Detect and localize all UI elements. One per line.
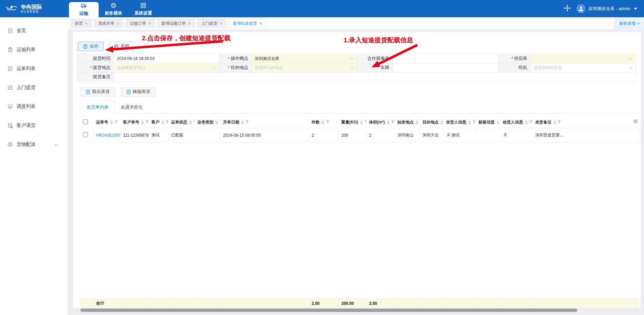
page-tab-new-short-pickup[interactable]: 新增短途提货× <box>229 19 266 28</box>
pickup-form: 提货时间 操作网点 合作商单号 供应商 提货地点 目的地点 车牌 司机 提货备注 <box>78 54 636 82</box>
shipment-table: ⚙ 运单号 客户单号 客户 运单状态 业务类型 开单 <box>80 116 639 308</box>
row-checkbox[interactable] <box>83 132 88 137</box>
partner-no-cell <box>393 54 498 63</box>
destination-cell: 深圳大运 <box>420 128 443 142</box>
filter-funnel-icon[interactable] <box>114 120 118 125</box>
pickup-time-input[interactable] <box>114 54 219 63</box>
filter-funnel-icon[interactable] <box>364 120 366 125</box>
sort-icon[interactable] <box>553 120 556 125</box>
sidebar-item-label: 客户退货 <box>17 122 35 129</box>
sidebar-item-door-pickup[interactable]: 上门提货 <box>0 78 68 97</box>
waybill-no-link[interactable]: HR240815004- <box>96 133 121 138</box>
scrollbar-thumb[interactable] <box>80 309 577 312</box>
sort-icon[interactable] <box>322 120 324 125</box>
move-pan-icon[interactable] <box>564 4 571 13</box>
page-tab-label: 新增运输订单 <box>162 21 186 26</box>
col-receiver-info: 收货人信息 <box>500 116 532 128</box>
save-button-label: 保存 <box>90 43 98 49</box>
pickup-time-cell <box>114 54 219 63</box>
user-menu[interactable]: 深圳测试仓库 - admin <box>576 4 637 13</box>
pickup-place-select[interactable] <box>114 63 219 72</box>
gear-icon[interactable]: ⚙ <box>634 119 638 124</box>
sidebar-item-goods-delivery[interactable]: 货物配送 <box>0 135 68 154</box>
filter-funnel-icon[interactable] <box>220 120 220 125</box>
tag-options-label: 标签选项 <box>619 21 636 26</box>
filter-funnel-icon[interactable] <box>145 120 149 125</box>
station-select[interactable] <box>252 54 357 63</box>
main-area: 首页× 系统开单× 运输订单× 新增运输订单× 上门提货× 新增短途提货× 标签… <box>68 17 644 315</box>
sort-icon[interactable] <box>497 120 499 125</box>
sidebar-item-label: 货物配送 <box>17 141 35 148</box>
tag-options-button[interactable]: 标签选项 <box>614 17 644 29</box>
chevron-down-icon <box>634 8 637 10</box>
filter-funnel-icon[interactable] <box>166 120 168 125</box>
sort-icon[interactable] <box>241 120 244 125</box>
nav-tab-label: 系统设置 <box>134 10 152 16</box>
nav-tab-transport[interactable]: 运输 <box>69 2 99 17</box>
filter-funnel-icon[interactable] <box>391 120 395 125</box>
col-billing-date: 开单日期 <box>220 116 309 128</box>
sort-icon[interactable] <box>360 120 363 125</box>
sort-icon[interactable] <box>110 120 113 125</box>
remark-input[interactable] <box>114 72 636 81</box>
page-tab-new-transport-order[interactable]: 新增运输订单× <box>157 19 195 28</box>
tab-uncleared-warehouse[interactable]: 未通关留仓 <box>115 101 149 114</box>
nav-tab-finance[interactable]: 财务模块 <box>99 0 128 17</box>
sort-icon[interactable] <box>441 120 443 125</box>
filter-funnel-icon[interactable] <box>558 120 561 125</box>
sidebar-item-dispatch-list[interactable]: 调度列表 <box>0 97 68 116</box>
sort-icon[interactable] <box>468 120 471 125</box>
sort-icon[interactable] <box>189 120 192 125</box>
remark-label: 提货备注 <box>78 72 114 82</box>
page-tab-door-pickup[interactable]: 上门提货× <box>197 19 226 28</box>
sidebar-item-home[interactable]: 首页 <box>0 21 68 40</box>
sidebar-item-label: 调度列表 <box>17 104 35 110</box>
driver-select[interactable] <box>530 63 636 72</box>
supplier-select[interactable] <box>530 54 636 63</box>
save-button[interactable]: 保存 <box>78 42 104 51</box>
close-icon[interactable]: × <box>259 21 262 26</box>
sidebar-item-transport-list[interactable]: 运输列表 <box>0 40 68 59</box>
tab-shipment-list[interactable]: 发货单列表 <box>80 101 115 114</box>
filter-funnel-icon[interactable] <box>245 120 249 125</box>
sidebar: 首页 运输列表 运单列表 上门提货 调度列表 客户退货 货物配送 <box>0 17 68 315</box>
col-volume: 体积(m³) <box>366 116 395 128</box>
close-button[interactable]: 关闭 <box>108 42 134 51</box>
filter-funnel-icon[interactable] <box>472 120 476 125</box>
close-icon[interactable]: × <box>85 21 88 26</box>
nav-tab-settings[interactable]: 系统设置 <box>128 0 158 17</box>
annotation-step1: 1.录入短途提货配载信息 <box>344 36 413 45</box>
sort-icon[interactable] <box>216 120 218 125</box>
billing-date-cell: 2024-08-15 08:00:00 <box>220 128 309 142</box>
filter-funnel-icon[interactable] <box>193 120 195 125</box>
page-tab-system-billing[interactable]: 系统开单× <box>94 19 124 28</box>
plate-input[interactable] <box>393 63 498 72</box>
page-tab-home[interactable]: 首页× <box>71 19 92 28</box>
volume-cell: 2 <box>366 128 395 142</box>
select-all-checkbox[interactable] <box>83 119 88 124</box>
chevron-down-icon <box>637 21 640 24</box>
filter-funnel-icon[interactable] <box>326 120 329 125</box>
close-icon[interactable]: × <box>148 21 151 26</box>
close-icon[interactable]: × <box>117 21 120 26</box>
close-icon[interactable]: × <box>188 21 191 26</box>
take-stock-button[interactable]: 取出库存 <box>80 87 115 96</box>
filter-funnel-icon[interactable] <box>529 120 532 125</box>
remove-stock-button[interactable]: 移除库存 <box>121 87 156 96</box>
sort-icon[interactable] <box>525 120 528 125</box>
partner-no-input[interactable] <box>393 54 498 63</box>
sort-icon[interactable] <box>162 120 164 125</box>
sort-icon[interactable] <box>416 120 418 125</box>
origin-cell: 深圳南山 <box>395 128 420 142</box>
sidebar-item-waybill-list[interactable]: 运单列表 <box>0 59 68 78</box>
sort-icon[interactable] <box>141 120 144 125</box>
tag-cell <box>476 128 500 142</box>
brand-logo: 华冉国际 HUARAN <box>0 0 68 17</box>
page-tab-label: 首页 <box>75 21 83 26</box>
sort-icon[interactable] <box>387 120 390 125</box>
sidebar-item-customer-return[interactable]: 客户退货 <box>0 116 68 135</box>
dest-place-select[interactable] <box>252 63 357 72</box>
page-tab-transport-order[interactable]: 运输订单× <box>126 19 155 28</box>
close-icon[interactable]: × <box>220 21 222 26</box>
col-waybill-no: 运单号 <box>93 116 120 128</box>
